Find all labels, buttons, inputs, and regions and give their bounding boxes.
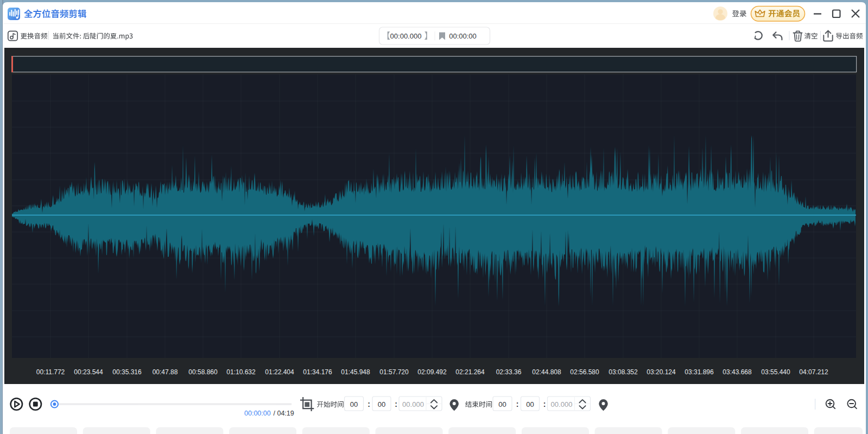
svg-text:00.000: 00.000 — [402, 400, 424, 408]
svg-text:02:33.36: 02:33.36 — [496, 368, 522, 376]
svg-text:00:00:00: 00:00:00 — [449, 32, 477, 40]
svg-text:00: 00 — [350, 400, 358, 408]
svg-text:02:56.580: 02:56.580 — [570, 368, 599, 376]
svg-text:00:00:00: 00:00:00 — [244, 410, 271, 417]
svg-text::: : — [395, 400, 397, 408]
svg-text:00:35.316: 00:35.316 — [112, 368, 142, 376]
svg-text::: : — [368, 400, 370, 408]
svg-text:00.000: 00.000 — [551, 400, 573, 408]
svg-text:00:00.000: 00:00.000 — [390, 32, 422, 40]
svg-text:02:21.264: 02:21.264 — [455, 368, 485, 376]
svg-text:00: 00 — [526, 400, 534, 408]
svg-text:01:45.948: 01:45.948 — [341, 368, 370, 376]
svg-text::: : — [516, 400, 519, 408]
svg-text:03:08.352: 03:08.352 — [609, 368, 638, 376]
svg-text:01:34.176: 01:34.176 — [303, 368, 332, 376]
svg-text:00:58.860: 00:58.860 — [188, 368, 218, 376]
svg-text:03:20.124: 03:20.124 — [647, 368, 676, 376]
svg-text:01:22.404: 01:22.404 — [265, 368, 294, 376]
svg-text:02:09.492: 02:09.492 — [417, 368, 447, 376]
svg-text::: : — [543, 400, 546, 408]
svg-text:00: 00 — [498, 400, 506, 408]
svg-text:03:55.440: 03:55.440 — [761, 368, 790, 376]
svg-text:01:10.632: 01:10.632 — [226, 368, 256, 376]
svg-text:00:47.88: 00:47.88 — [153, 368, 178, 376]
svg-text:03:31.896: 03:31.896 — [685, 368, 714, 376]
svg-text:04:07.212: 04:07.212 — [799, 368, 828, 376]
svg-text:00:23.544: 00:23.544 — [74, 368, 103, 376]
svg-text:00:11.772: 00:11.772 — [36, 368, 65, 376]
svg-text:02:44.808: 02:44.808 — [532, 368, 561, 376]
svg-text:03:43.668: 03:43.668 — [723, 368, 752, 376]
svg-text:00: 00 — [378, 400, 385, 408]
svg-text:01:57.720: 01:57.720 — [379, 368, 409, 376]
svg-text:/ 04:19: / 04:19 — [274, 410, 294, 417]
